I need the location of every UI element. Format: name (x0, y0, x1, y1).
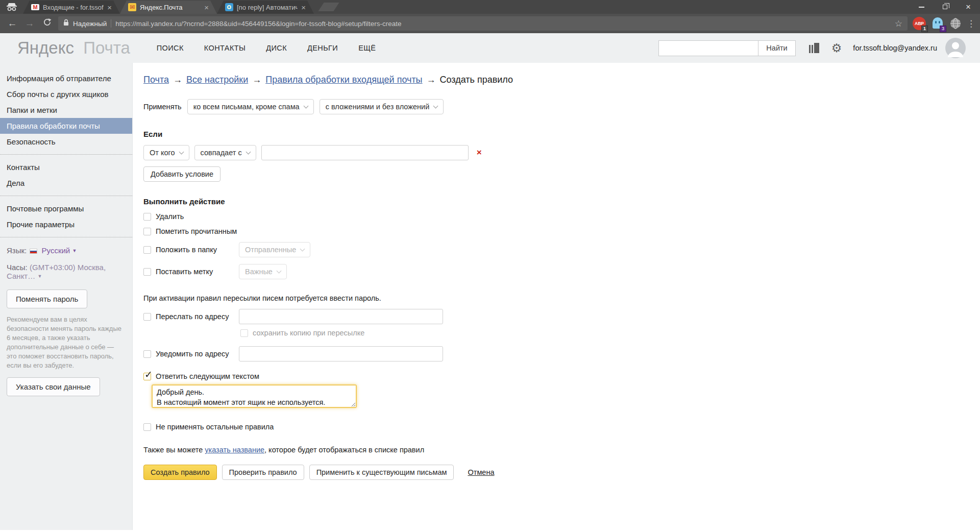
mail-search-input[interactable] (658, 40, 758, 56)
check-rule-button[interactable]: Проверить правило (222, 465, 304, 480)
browser-tab-strip: M Входящие - for.tssoft.blo × ✉ Яндекс.П… (0, 0, 980, 14)
move-to-folder-label[interactable]: Положить в папку (156, 246, 239, 254)
forward-label[interactable]: Переслать по адресу (156, 312, 239, 321)
breadcrumb-current: Создать правило (440, 75, 513, 85)
tab-close-icon[interactable]: × (107, 4, 112, 11)
incognito-icon (6, 3, 17, 13)
breadcrumb-separator: → (427, 75, 436, 85)
personal-data-button[interactable]: Указать свои данные (7, 377, 100, 396)
back-button[interactable]: ← (6, 18, 18, 29)
browser-toolbar: ← → Надежный https://mail.yandex.ru/?ncr… (0, 14, 980, 33)
sidebar-divider (0, 237, 132, 237)
browser-tab-inbox[interactable]: M Входящие - for.tssoft.blo × (23, 1, 120, 14)
folder-value: Отправленные (245, 246, 296, 254)
new-tab-button[interactable] (318, 3, 339, 11)
condition-field-select[interactable]: От кого (143, 145, 189, 160)
mail-search-button[interactable]: Найти (758, 40, 795, 56)
move-to-folder-checkbox[interactable] (143, 246, 151, 254)
window-close-button[interactable]: × (957, 0, 980, 14)
yandex-header: Яндекс Почта ПОИСК КОНТАКТЫ ДИСК ДЕНЬГИ … (0, 33, 980, 63)
tab-close-icon[interactable]: × (301, 4, 306, 11)
browser-menu-icon[interactable]: ⋮ (967, 18, 974, 29)
browser-tab-noreply[interactable]: [no reply] Автоматическ × (217, 1, 314, 14)
adblock-extension-icon[interactable]: ABP 1 (913, 17, 926, 30)
cancel-link[interactable]: Отмена (468, 468, 494, 476)
nav-disk[interactable]: ДИСК (266, 44, 287, 52)
sidebar-item-contacts[interactable]: Контакты (0, 159, 132, 175)
url-text[interactable]: https://mail.yandex.ru/?ncrnd=2888&uid=4… (115, 20, 891, 28)
bookmark-star-icon[interactable]: ☆ (895, 18, 902, 29)
language-select[interactable]: Русский (42, 246, 70, 255)
tab-title: Яндекс.Почта (140, 4, 201, 11)
omnibox-divider (111, 19, 111, 28)
window-restore-button[interactable] (933, 0, 957, 14)
tab-close-icon[interactable]: × (204, 4, 209, 11)
nav-contacts[interactable]: КОНТАКТЫ (204, 44, 246, 52)
chevron-down-icon (246, 150, 251, 155)
browser-tab-yandex-mail[interactable]: ✉ Яндекс.Почта × (120, 1, 217, 14)
forward-address-input[interactable] (239, 309, 443, 324)
themes-icon[interactable] (809, 43, 819, 53)
chevron-down-icon (433, 104, 438, 109)
ghostery-extension-icon[interactable]: 3 (931, 17, 944, 30)
delete-label[interactable]: Удалить (156, 212, 184, 221)
set-label-label[interactable]: Поставить метку (156, 268, 239, 276)
caret-down-icon[interactable]: ▼ (72, 248, 77, 253)
notify-checkbox[interactable] (143, 350, 151, 358)
reload-button[interactable] (41, 18, 53, 29)
nav-search[interactable]: ПОИСК (157, 44, 184, 52)
keep-copy-checkbox[interactable] (240, 329, 248, 337)
logo-yandex: Яндекс (17, 38, 74, 57)
forward-button[interactable]: → (23, 18, 36, 29)
forward-password-note: При активации правил пересылки писем пот… (143, 294, 960, 302)
sidebar-item-security[interactable]: Безопасность (0, 134, 132, 150)
window-minimize-button[interactable] (910, 0, 933, 14)
condition-operator-select[interactable]: совпадает с (194, 145, 256, 160)
add-condition-button[interactable]: Добавить условие (143, 166, 220, 182)
keep-copy-label[interactable]: сохранить копию при пересылке (253, 329, 364, 337)
apply-attachments-select[interactable]: с вложениями и без вложений (320, 99, 444, 114)
yandex-mail-logo[interactable]: Яндекс Почта (17, 38, 130, 58)
address-bar[interactable]: Надежный https://mail.yandex.ru/?ncrnd=2… (58, 16, 908, 31)
apply-existing-button[interactable]: Применить к существующим письмам (309, 465, 454, 480)
nav-money[interactable]: ДЕНЬГИ (307, 44, 338, 52)
breadcrumb-mail-rules-link[interactable]: Правила обработки входящей почты (265, 75, 422, 85)
sidebar-item-mail-collection[interactable]: Сбор почты с других ящиков (0, 86, 132, 102)
forward-checkbox[interactable] (143, 313, 151, 321)
breadcrumb-mail-link[interactable]: Почта (143, 75, 169, 85)
apply-scope-select[interactable]: ко всем письмам, кроме спама (187, 99, 314, 114)
change-password-button[interactable]: Поменять пароль (7, 289, 87, 308)
mark-read-checkbox[interactable] (143, 228, 151, 235)
sidebar-item-mail-rules[interactable]: Правила обработки почты (0, 118, 132, 134)
delete-checkbox[interactable] (143, 213, 151, 221)
account-email[interactable]: for.tssoft.blog@yandex.ru (853, 44, 937, 52)
settings-gear-icon[interactable]: ⚙ (831, 41, 842, 55)
sidebar-item-mail-clients[interactable]: Почтовые программы (0, 201, 132, 216)
mark-read-label[interactable]: Пометить прочитанным (156, 227, 237, 235)
set-label-checkbox[interactable] (143, 268, 151, 276)
condition-value-input[interactable] (261, 145, 469, 160)
language-row: Язык: Русский ▼ (0, 242, 132, 259)
reply-checkbox[interactable]: ✓ (143, 373, 151, 380)
reply-text-area[interactable]: Добрый день. В настоящий момент этот ящи… (152, 384, 357, 408)
sidebar-item-other-settings[interactable]: Прочие параметры (0, 216, 132, 232)
set-rule-name-link[interactable]: указать название (205, 446, 264, 454)
sidebar-item-folders-labels[interactable]: Папки и метки (0, 102, 132, 118)
delete-condition-icon[interactable]: × (477, 148, 482, 158)
no-other-rules-label[interactable]: Не применять остальные правила (156, 423, 274, 431)
caret-down-icon[interactable]: ▼ (37, 274, 42, 279)
sidebar-item-todo[interactable]: Дела (0, 175, 132, 191)
no-other-rules-checkbox[interactable] (143, 423, 151, 431)
breadcrumb-separator: → (173, 75, 182, 85)
nav-more[interactable]: ЕЩЁ (358, 44, 376, 52)
account-avatar[interactable] (945, 38, 966, 58)
breadcrumb-all-settings-link[interactable]: Все настройки (186, 75, 248, 85)
reply-label[interactable]: Ответить следующим текстом (156, 372, 259, 380)
sidebar-item-sender-info[interactable]: Информация об отправителе (0, 70, 132, 86)
label-select[interactable]: Важные (239, 264, 287, 279)
notify-address-input[interactable] (239, 346, 443, 361)
create-rule-button[interactable]: Создать правило (143, 465, 217, 480)
globe-extension-icon[interactable] (949, 17, 962, 30)
notify-label[interactable]: Уведомить по адресу (156, 350, 239, 358)
folder-select[interactable]: Отправленные (239, 242, 310, 257)
